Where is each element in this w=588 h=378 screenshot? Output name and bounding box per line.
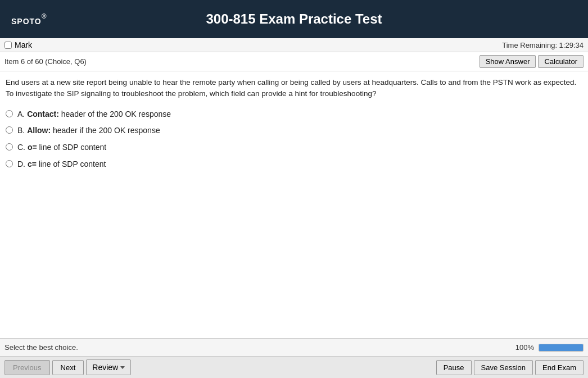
next-button[interactable]: Next xyxy=(52,360,84,375)
chevron-down-icon xyxy=(120,366,125,369)
answer-radio-d[interactable] xyxy=(6,160,13,167)
progress-bar-container xyxy=(539,344,584,352)
time-remaining: Time Remaining: 1:29:34 xyxy=(502,41,584,49)
answer-option[interactable]: B. Allow: header if the 200 OK response xyxy=(6,125,582,136)
mark-checkbox[interactable] xyxy=(4,42,12,49)
logo: SPOTO® xyxy=(11,10,47,28)
status-text: Select the best choice. xyxy=(4,343,78,352)
answer-option[interactable]: A. Contact: header of the 200 OK respons… xyxy=(6,109,582,120)
logo-sup: ® xyxy=(42,12,47,20)
exam-title: 300-815 Exam Practice Test xyxy=(206,11,382,27)
status-bar: Select the best choice. 100% xyxy=(0,338,588,356)
content-area: End users at a new site report being una… xyxy=(0,71,588,338)
header: SPOTO® 300-815 Exam Practice Test xyxy=(0,0,588,38)
mark-bar: Mark Time Remaining: 1:29:34 xyxy=(0,38,588,52)
progress-area: 100% xyxy=(515,343,584,352)
calculator-button[interactable]: Calculator xyxy=(538,55,584,68)
show-answer-button[interactable]: Show Answer xyxy=(480,55,536,68)
answer-label-2: C. o= line of SDP content xyxy=(17,142,106,153)
item-bar: Item 6 of 60 (Choice, Q6) Show Answer Ca… xyxy=(0,52,588,71)
nav-right: Pause Save Session End Exam xyxy=(436,360,584,375)
answer-radio-b[interactable] xyxy=(6,126,13,134)
answer-radio-c[interactable] xyxy=(6,143,13,151)
answer-label-0: A. Contact: header of the 200 OK respons… xyxy=(17,109,171,120)
end-exam-button[interactable]: End Exam xyxy=(535,360,584,375)
nav-left: Previous Next Review xyxy=(4,359,131,375)
answer-label-3: D. c= line of SDP content xyxy=(17,159,106,170)
item-info: Item 6 of 60 (Choice, Q6) xyxy=(4,57,87,66)
mark-label[interactable]: Mark xyxy=(4,40,32,49)
review-button[interactable]: Review xyxy=(86,359,131,375)
question-text: End users at a new site report being una… xyxy=(6,77,582,100)
pause-button[interactable]: Pause xyxy=(436,360,472,375)
answer-option[interactable]: D. c= line of SDP content xyxy=(6,159,582,170)
answer-option[interactable]: C. o= line of SDP content xyxy=(6,142,582,153)
review-label: Review xyxy=(92,363,118,372)
answer-label-1: B. Allow: header if the 200 OK response xyxy=(17,125,160,136)
answer-options: A. Contact: header of the 200 OK respons… xyxy=(6,109,582,171)
nav-bar: Previous Next Review Pause Save Session … xyxy=(0,356,588,378)
progress-bar-fill xyxy=(539,344,583,351)
previous-button[interactable]: Previous xyxy=(4,360,50,375)
item-buttons: Show Answer Calculator xyxy=(480,55,584,68)
mark-text: Mark xyxy=(15,40,32,49)
progress-pct: 100% xyxy=(515,343,534,352)
logo-text: SPOTO xyxy=(11,17,42,26)
answer-radio-a[interactable] xyxy=(6,110,13,117)
save-session-button[interactable]: Save Session xyxy=(474,360,533,375)
